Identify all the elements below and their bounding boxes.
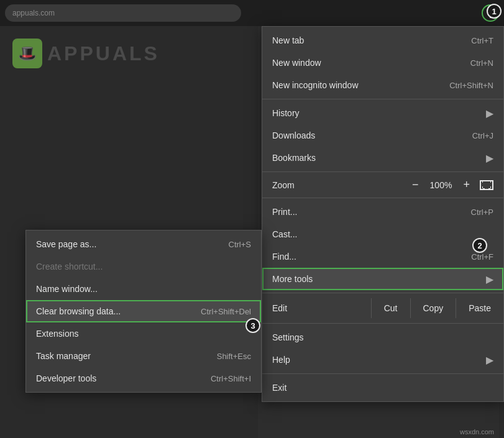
zoom-minus-button[interactable]: − xyxy=(410,178,421,191)
submenu-item-name-window[interactable]: Name window... xyxy=(26,278,261,300)
menu-section-tools: Print... Ctrl+P Cast... Find... Ctrl+F M… xyxy=(262,198,503,293)
submenu-label-create-shortcut: Create shortcut... xyxy=(36,262,103,271)
menu-section-new: New tab Ctrl+T New window Ctrl+N New inc… xyxy=(262,27,503,99)
menu-section-settings: Settings Help ▶ xyxy=(262,324,503,374)
menu-item-downloads[interactable]: Downloads Ctrl+J xyxy=(262,124,503,147)
submenu-label-extensions: Extensions xyxy=(36,329,78,339)
menu-item-find[interactable]: Find... Ctrl+F xyxy=(262,245,503,268)
menu-item-settings[interactable]: Settings xyxy=(262,326,503,349)
menu-item-exit[interactable]: Exit xyxy=(262,376,503,399)
appuals-logo: 🎩 APPUALS xyxy=(12,39,160,68)
more-tools-submenu: Save page as... Ctrl+S Create shortcut..… xyxy=(25,230,262,393)
submenu-item-create-shortcut[interactable]: Create shortcut... xyxy=(26,255,261,278)
step-3-badge: 3 xyxy=(245,318,260,333)
paste-button[interactable]: Paste xyxy=(456,298,503,318)
logo-icon: 🎩 xyxy=(12,39,42,68)
menu-item-new-tab[interactable]: New tab Ctrl+T xyxy=(262,29,503,52)
zoom-row: Zoom − 100% + ⛶ xyxy=(262,175,503,195)
menu-section-history: History ▶ Downloads Ctrl+J Bookmarks ▶ xyxy=(262,99,503,172)
menu-item-history[interactable]: History ▶ xyxy=(262,102,503,124)
zoom-controls: − 100% + ⛶ xyxy=(410,178,493,191)
fullscreen-icon[interactable]: ⛶ xyxy=(480,180,493,190)
cut-button[interactable]: Cut xyxy=(371,298,410,318)
submenu-label-clear-browsing: Clear browsing data... xyxy=(36,306,121,316)
watermark: wsxdn.com xyxy=(460,428,494,436)
edit-row: Edit Cut Copy Paste xyxy=(262,296,503,321)
menu-item-cast[interactable]: Cast... xyxy=(262,223,503,245)
submenu-label-save-page: Save page as... xyxy=(36,239,96,249)
menu-item-new-window[interactable]: New window Ctrl+N xyxy=(262,52,503,74)
menu-section-zoom: Zoom − 100% + ⛶ xyxy=(262,172,503,198)
submenu-item-developer-tools[interactable]: Developer tools Ctrl+Shift+I xyxy=(26,367,261,390)
submenu-item-task-manager[interactable]: Task manager Shift+Esc xyxy=(26,345,261,367)
submenu-shortcut-clear-browsing: Ctrl+Shift+Del xyxy=(201,307,251,316)
chrome-main-menu: New tab Ctrl+T New window Ctrl+N New inc… xyxy=(262,26,504,402)
address-bar[interactable]: appuals.com xyxy=(5,4,241,22)
copy-button[interactable]: Copy xyxy=(410,298,456,318)
menu-item-incognito[interactable]: New incognito window Ctrl+Shift+N xyxy=(262,74,503,96)
edit-label: Edit xyxy=(262,298,371,318)
submenu-label-name-window: Name window... xyxy=(36,284,98,294)
menu-item-help[interactable]: Help ▶ xyxy=(262,349,503,371)
zoom-plus-button[interactable]: + xyxy=(460,178,472,191)
zoom-value: 100% xyxy=(428,180,453,190)
submenu-label-developer-tools: Developer tools xyxy=(36,373,96,383)
browser-toolbar: appuals.com ★ ⋮ xyxy=(0,0,504,26)
submenu-item-save-page[interactable]: Save page as... Ctrl+S xyxy=(26,233,261,255)
zoom-label: Zoom xyxy=(272,180,410,190)
submenu-shortcut-save-page: Ctrl+S xyxy=(229,240,251,249)
menu-item-more-tools[interactable]: More tools ▶ xyxy=(262,268,503,290)
step-1-badge: 1 xyxy=(487,4,502,19)
submenu-item-extensions[interactable]: Extensions xyxy=(26,322,261,345)
submenu-label-task-manager: Task manager xyxy=(36,351,91,361)
submenu-item-clear-browsing[interactable]: Clear browsing data... Ctrl+Shift+Del xyxy=(26,300,261,322)
menu-item-bookmarks[interactable]: Bookmarks ▶ xyxy=(262,147,503,169)
submenu-shortcut-developer-tools: Ctrl+Shift+I xyxy=(211,374,251,383)
submenu-shortcut-task-manager: Shift+Esc xyxy=(217,352,251,361)
menu-section-exit: Exit xyxy=(262,374,503,401)
url-text: appuals.com xyxy=(12,9,55,17)
logo-text: APPUALS xyxy=(47,42,160,65)
step-2-badge: 2 xyxy=(472,238,487,253)
menu-item-print[interactable]: Print... Ctrl+P xyxy=(262,201,503,223)
menu-section-edit: Edit Cut Copy Paste xyxy=(262,293,503,324)
